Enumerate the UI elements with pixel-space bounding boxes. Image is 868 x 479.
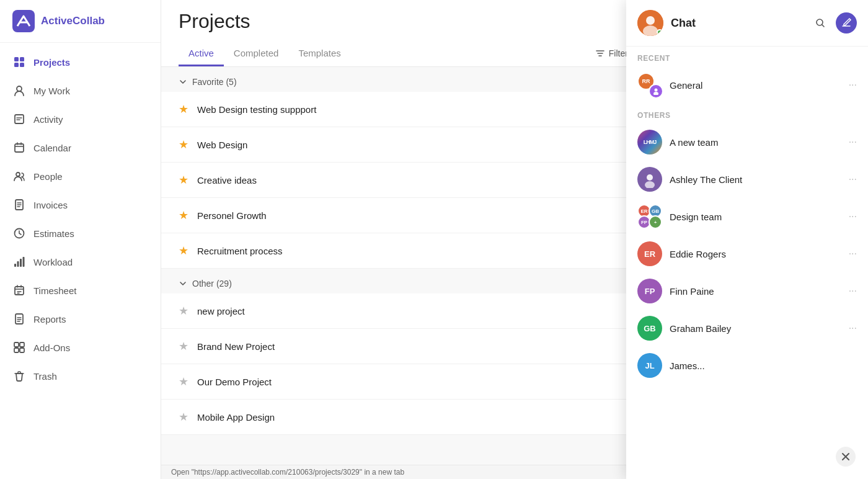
sidebar-item-people-label: People	[33, 171, 63, 182]
svg-rect-17	[14, 342, 19, 347]
sidebar-item-timesheet[interactable]: Timesheet	[0, 276, 161, 305]
chat-item-name: Design team	[670, 212, 722, 222]
sidebar-item-invoices-label: Invoices	[33, 200, 68, 210]
tab-active[interactable]: Active	[179, 42, 224, 66]
calendar-icon	[12, 141, 26, 154]
chat-item-eddie[interactable]: ER Eddie Rogers ···	[626, 235, 868, 272]
chat-item-name: Eddie Rogers	[670, 249, 726, 259]
star-icon: ★	[179, 138, 188, 151]
sidebar-navigation: Projects My Work Activity	[0, 43, 161, 479]
chat-item-graham[interactable]: GB Graham Bailey ···	[626, 310, 868, 347]
other-section-label: Other (29)	[192, 279, 232, 289]
sidebar-item-estimates[interactable]: Estimates	[0, 219, 161, 248]
star-icon: ★	[179, 375, 188, 388]
star-icon: ★	[179, 208, 188, 222]
sidebar-item-invoices[interactable]: Invoices	[0, 190, 161, 219]
chat-item-more-button[interactable]: ···	[849, 174, 857, 185]
sidebar-item-people[interactable]: People	[0, 162, 161, 190]
trash-icon	[12, 369, 26, 383]
projects-icon	[12, 55, 26, 69]
chat-close-button[interactable]	[836, 447, 856, 467]
sidebar-item-workload-label: Workload	[33, 257, 73, 267]
tabs: Active Completed Templates	[179, 42, 351, 66]
status-text: Open "https://app.activecollab.com/21006…	[171, 468, 404, 477]
svg-point-8	[16, 172, 20, 176]
logo-icon	[12, 10, 35, 32]
sidebar-item-addons-label: Add-Ons	[33, 342, 70, 353]
sidebar-item-projects-label: Projects	[33, 57, 70, 68]
logo-text: ActiveCollab	[41, 15, 105, 27]
chat-item-more-button[interactable]: ···	[849, 137, 857, 148]
sidebar-item-trash-label: Trash	[33, 371, 57, 382]
chat-item-finn[interactable]: FP Finn Paine ···	[626, 272, 868, 310]
chat-item-general[interactable]: RR General ···	[626, 66, 868, 104]
svg-rect-6	[15, 115, 24, 123]
chat-item-name: A new team	[670, 137, 718, 148]
sidebar-item-workload[interactable]: Workload	[0, 248, 161, 276]
chat-item-new-team[interactable]: LHMJ A new team ···	[626, 123, 868, 161]
svg-rect-18	[20, 342, 24, 347]
sidebar-item-reports-label: Reports	[33, 314, 66, 325]
chat-item-name: Graham Bailey	[670, 323, 731, 334]
my-work-icon	[12, 84, 26, 97]
svg-rect-14	[23, 257, 25, 267]
svg-rect-16	[16, 314, 23, 324]
svg-point-34	[646, 16, 655, 25]
tab-templates[interactable]: Templates	[288, 42, 350, 66]
chat-item-name: Finn Paine	[670, 286, 714, 297]
chat-item-name: General	[670, 80, 702, 91]
graham-avatar: GB	[637, 316, 662, 341]
sidebar-item-activity[interactable]: Activity	[0, 105, 161, 133]
star-icon: ★	[179, 339, 188, 353]
chat-item-name: Ashley The Client	[670, 174, 742, 185]
chat-search-button[interactable]	[810, 12, 831, 34]
svg-point-37	[655, 89, 658, 92]
svg-point-40	[645, 181, 655, 188]
sidebar-item-timesheet-label: Timesheet	[33, 285, 76, 296]
chevron-down-icon	[179, 78, 187, 86]
estimates-icon	[12, 226, 26, 240]
sidebar-item-reports[interactable]: Reports	[0, 305, 161, 333]
sidebar-item-projects[interactable]: Projects	[0, 48, 161, 76]
chat-item-more-button[interactable]: ···	[849, 285, 857, 297]
sidebar-item-trash[interactable]: Trash	[0, 362, 161, 390]
filter-icon	[595, 48, 605, 58]
chat-item-ashley[interactable]: Ashley The Client ···	[626, 161, 868, 198]
sidebar-item-calendar[interactable]: Calendar	[0, 133, 161, 162]
chat-item-design-team[interactable]: ER GB FP + Design team ···	[626, 198, 868, 235]
svg-rect-7	[15, 144, 24, 152]
sidebar-item-addons[interactable]: Add-Ons	[0, 333, 161, 362]
sidebar-item-my-work-label: My Work	[33, 86, 70, 96]
svg-rect-2	[20, 57, 24, 61]
addons-icon	[12, 341, 26, 354]
chat-item-more-button[interactable]: ···	[849, 211, 857, 222]
sidebar-item-estimates-label: Estimates	[33, 228, 74, 239]
sidebar-item-my-work[interactable]: My Work	[0, 76, 161, 105]
finn-avatar: FP	[637, 279, 662, 303]
svg-point-5	[17, 86, 22, 91]
svg-point-39	[647, 174, 653, 181]
svg-rect-20	[20, 348, 24, 352]
people-icon	[12, 169, 26, 183]
chat-item-more-button[interactable]: ···	[849, 323, 857, 334]
activity-icon	[12, 112, 26, 126]
design-team-avatar: ER GB FP +	[637, 204, 662, 229]
chat-item-more-button[interactable]: ···	[849, 79, 857, 91]
chat-item-more-button[interactable]: ···	[849, 248, 857, 259]
tab-completed[interactable]: Completed	[224, 42, 289, 66]
new-chat-button[interactable]	[836, 12, 857, 34]
chat-item-james[interactable]: JL James...	[626, 347, 868, 384]
online-indicator	[657, 29, 663, 35]
svg-rect-13	[20, 259, 22, 267]
main-area: Projects Active Completed Templates	[161, 0, 868, 479]
star-icon: ★	[179, 102, 188, 116]
sidebar: ActiveCollab Projects My	[0, 0, 161, 479]
favorite-section-label: Favorite (5)	[192, 77, 237, 87]
chat-title: Chat	[671, 17, 802, 30]
eddie-avatar: ER	[637, 241, 662, 266]
star-icon: ★	[179, 244, 188, 257]
svg-rect-3	[14, 63, 19, 67]
chat-header-icons	[810, 12, 857, 34]
timesheet-icon	[12, 284, 26, 297]
svg-rect-4	[20, 63, 24, 67]
